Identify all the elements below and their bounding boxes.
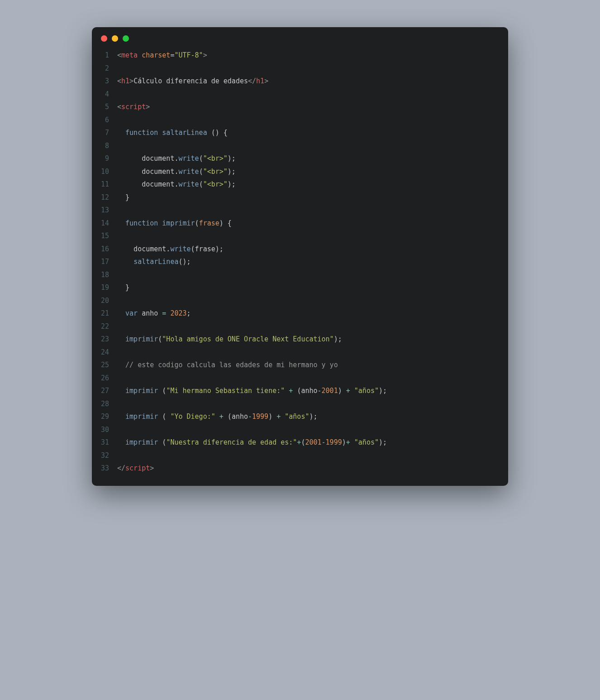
line-content[interactable]: [117, 114, 508, 127]
line-content[interactable]: document.write("<br>");: [117, 165, 508, 178]
line-content[interactable]: }: [117, 191, 508, 204]
token-bracket: <: [117, 103, 121, 111]
token-keyword: function: [125, 219, 158, 227]
line-content[interactable]: [117, 230, 508, 243]
close-icon[interactable]: [101, 35, 107, 42]
line-content[interactable]: document.write("<br>");: [117, 178, 508, 191]
line-number: 14: [92, 217, 117, 230]
code-line[interactable]: 4: [92, 88, 508, 101]
code-line[interactable]: 3<h1>Cálculo diferencia de edades</h1>: [92, 75, 508, 88]
line-content[interactable]: [117, 204, 508, 217]
line-content[interactable]: [117, 398, 508, 411]
line-content[interactable]: imprimir("Hola amigos de ONE Oracle Next…: [117, 333, 508, 346]
line-number: 30: [92, 423, 117, 436]
code-line[interactable]: 27 imprimir ("Mi hermano Sebastian tiene…: [92, 384, 508, 398]
code-line[interactable]: 28: [92, 398, 508, 411]
code-line[interactable]: 6: [92, 114, 508, 127]
code-line[interactable]: 21 var anho = 2023;: [92, 307, 508, 320]
code-line[interactable]: 9 document.write("<br>");: [92, 152, 508, 165]
line-content[interactable]: function saltarLinea () {: [117, 126, 508, 139]
code-line[interactable]: 16 document.write(frase);: [92, 243, 508, 256]
token-bracket: </: [117, 464, 125, 472]
line-content[interactable]: imprimir ("Mi hermano Sebastian tiene:" …: [117, 384, 508, 398]
code-editor[interactable]: 1<meta charset="UTF-8">2 3<h1>Cálculo di…: [92, 46, 508, 475]
line-content[interactable]: [117, 88, 508, 101]
line-content[interactable]: <meta charset="UTF-8">: [117, 49, 508, 62]
line-number: 7: [92, 126, 117, 139]
code-line[interactable]: 8: [92, 139, 508, 153]
token-bracket: >: [150, 464, 154, 472]
code-line[interactable]: 10 document.write("<br>");: [92, 165, 508, 178]
token-tag: h1: [256, 77, 264, 85]
token-punct: );: [379, 438, 387, 446]
token-text: [350, 387, 354, 395]
line-content[interactable]: [117, 320, 508, 333]
line-content[interactable]: document.write("<br>");: [117, 152, 508, 165]
code-line[interactable]: 32: [92, 449, 508, 462]
line-content[interactable]: [117, 139, 508, 153]
minimize-icon[interactable]: [112, 35, 118, 42]
line-number: 2: [92, 62, 117, 75]
token-text: [350, 438, 354, 446]
line-content[interactable]: // este codigo calcula las edades de mi …: [117, 359, 508, 372]
line-content[interactable]: function imprimir(frase) {: [117, 217, 508, 230]
code-line[interactable]: 24: [92, 346, 508, 359]
code-line[interactable]: 12 }: [92, 191, 508, 204]
token-text: document.: [117, 180, 178, 188]
line-number: 4: [92, 88, 117, 101]
line-content[interactable]: [117, 62, 508, 75]
line-number: 8: [92, 139, 117, 153]
line-content[interactable]: [117, 268, 508, 282]
code-line[interactable]: 2: [92, 62, 508, 75]
code-line[interactable]: 31 imprimir ("Nuestra diferencia de edad…: [92, 436, 508, 449]
zoom-icon[interactable]: [123, 35, 129, 42]
token-fname: imprimir: [125, 438, 158, 446]
code-line[interactable]: 19 }: [92, 281, 508, 294]
token-keyword: function: [125, 129, 158, 137]
code-line[interactable]: 25 // este codigo calcula las edades de …: [92, 359, 508, 372]
code-line[interactable]: 20: [92, 294, 508, 307]
line-content[interactable]: <script>: [117, 101, 508, 114]
line-content[interactable]: }: [117, 281, 508, 294]
line-content[interactable]: [117, 346, 508, 359]
line-number: 16: [92, 243, 117, 256]
line-content[interactable]: imprimir ( "Yo Diego:" + (anho-1999) + "…: [117, 410, 508, 423]
line-content[interactable]: saltarLinea();: [117, 255, 508, 268]
line-content[interactable]: <h1>Cálculo diferencia de edades</h1>: [117, 75, 508, 88]
code-line[interactable]: 1<meta charset="UTF-8">: [92, 49, 508, 62]
line-content[interactable]: document.write(frase);: [117, 243, 508, 256]
token-bracket: >: [129, 77, 133, 85]
code-line[interactable]: 5<script>: [92, 101, 508, 114]
code-line[interactable]: 13: [92, 204, 508, 217]
token-punct: );: [379, 387, 387, 395]
line-number: 15: [92, 230, 117, 243]
code-line[interactable]: 33</script>: [92, 462, 508, 475]
line-content[interactable]: [117, 423, 508, 436]
token-tag: meta: [121, 51, 138, 59]
line-content[interactable]: [117, 372, 508, 385]
line-content[interactable]: imprimir ("Nuestra diferencia de edad es…: [117, 436, 508, 449]
token-string: "años": [285, 412, 309, 421]
token-fname: write: [178, 180, 199, 188]
token-num: 1999: [326, 438, 342, 446]
code-line[interactable]: 29 imprimir ( "Yo Diego:" + (anho-1999) …: [92, 410, 508, 423]
token-fname: imprimir: [125, 335, 158, 343]
code-line[interactable]: 17 saltarLinea();: [92, 255, 508, 268]
line-number: 5: [92, 101, 117, 114]
token-punct: ): [338, 387, 342, 395]
code-line[interactable]: 30: [92, 423, 508, 436]
code-line[interactable]: 23 imprimir("Hola amigos de ONE Oracle N…: [92, 333, 508, 346]
code-line[interactable]: 14 function imprimir(frase) {: [92, 217, 508, 230]
line-content[interactable]: var anho = 2023;: [117, 307, 508, 320]
token-punct: (: [158, 335, 162, 343]
line-content[interactable]: [117, 449, 508, 462]
line-content[interactable]: [117, 294, 508, 307]
token-bracket: >: [264, 77, 268, 85]
line-content[interactable]: </script>: [117, 462, 508, 475]
code-line[interactable]: 11 document.write("<br>");: [92, 178, 508, 191]
code-line[interactable]: 15: [92, 230, 508, 243]
code-line[interactable]: 22: [92, 320, 508, 333]
code-line[interactable]: 7 function saltarLinea () {: [92, 126, 508, 139]
code-line[interactable]: 18: [92, 268, 508, 282]
code-line[interactable]: 26: [92, 372, 508, 385]
